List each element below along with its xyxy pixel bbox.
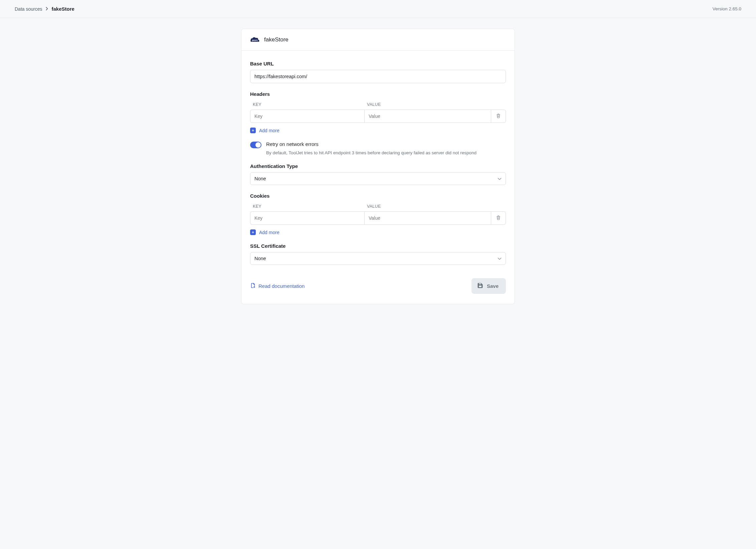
svg-rect-1: [479, 286, 482, 287]
cookies-add-more-label: Add more: [259, 230, 279, 235]
datasource-card: {REST} fakeStore Base URL Headers KEY VA…: [241, 29, 515, 304]
base-url-input[interactable]: [250, 70, 506, 83]
cookies-add-more[interactable]: + Add more: [250, 229, 279, 235]
datasource-name[interactable]: fakeStore: [264, 36, 289, 43]
auth-type-value: None: [254, 176, 266, 181]
retry-help-text: By default, ToolJet tries to hit API end…: [266, 150, 506, 155]
doc-link-label: Read documentation: [258, 283, 305, 289]
version-label: Version 2.65.0: [713, 6, 741, 11]
auth-type-select[interactable]: None: [250, 172, 506, 185]
ssl-label: SSL Certificate: [250, 243, 506, 249]
headers-add-more[interactable]: + Add more: [250, 128, 279, 133]
plus-icon: +: [250, 229, 256, 235]
cookies-column-labels: KEY VALUE: [250, 202, 506, 211]
retry-toggle[interactable]: [250, 142, 261, 148]
breadcrumb-root[interactable]: Data sources: [15, 6, 42, 12]
cookies-section: Cookies KEY VALUE: [250, 193, 506, 235]
headers-key-column: KEY: [250, 100, 364, 109]
cookies-value-column: VALUE: [364, 202, 506, 211]
chevron-down-icon: [498, 256, 502, 261]
headers-label: Headers: [250, 91, 506, 97]
ssl-select[interactable]: None: [250, 252, 506, 265]
ssl-value: None: [254, 256, 266, 261]
save-icon: [477, 282, 484, 290]
cookies-row: [250, 211, 506, 225]
read-documentation-link[interactable]: Read documentation: [250, 283, 305, 290]
save-button-label: Save: [487, 283, 499, 289]
cookies-label: Cookies: [250, 193, 506, 199]
chevron-down-icon: [498, 176, 502, 181]
document-icon: [250, 283, 256, 290]
retry-label: Retry on network errors: [266, 141, 319, 147]
chevron-right-icon: [45, 7, 48, 11]
rest-api-icon: {REST}: [250, 36, 259, 43]
headers-delete-button[interactable]: [491, 110, 506, 123]
save-button[interactable]: Save: [471, 278, 506, 294]
headers-section: Headers KEY VALUE: [250, 91, 506, 133]
svg-rect-2: [479, 284, 481, 285]
card-header: {REST} fakeStore: [241, 29, 515, 51]
ssl-section: SSL Certificate None: [250, 243, 506, 265]
headers-value-input[interactable]: [364, 110, 491, 123]
headers-key-input[interactable]: [250, 110, 364, 123]
headers-add-more-label: Add more: [259, 128, 279, 133]
plus-icon: +: [250, 128, 256, 133]
card-body: Base URL Headers KEY VALUE: [241, 51, 515, 304]
cookies-key-input[interactable]: [250, 211, 364, 225]
card-footer: Read documentation Save: [250, 278, 506, 294]
breadcrumb: Data sources fakeStore: [15, 6, 74, 12]
cookies-key-column: KEY: [250, 202, 364, 211]
base-url-label: Base URL: [250, 61, 506, 66]
retry-section: Retry on network errors By default, Tool…: [250, 141, 506, 155]
headers-row: [250, 110, 506, 123]
auth-type-label: Authentication Type: [250, 163, 506, 169]
headers-column-labels: KEY VALUE: [250, 100, 506, 109]
cookies-delete-button[interactable]: [491, 211, 506, 225]
breadcrumb-current: fakeStore: [51, 6, 74, 12]
base-url-section: Base URL: [250, 61, 506, 83]
auth-type-section: Authentication Type None: [250, 163, 506, 185]
svg-text:{REST}: {REST}: [252, 39, 257, 41]
topbar: Data sources fakeStore Version 2.65.0: [0, 0, 756, 18]
trash-icon: [496, 113, 501, 120]
cookies-value-input[interactable]: [364, 211, 491, 225]
headers-value-column: VALUE: [364, 100, 506, 109]
trash-icon: [496, 215, 501, 221]
